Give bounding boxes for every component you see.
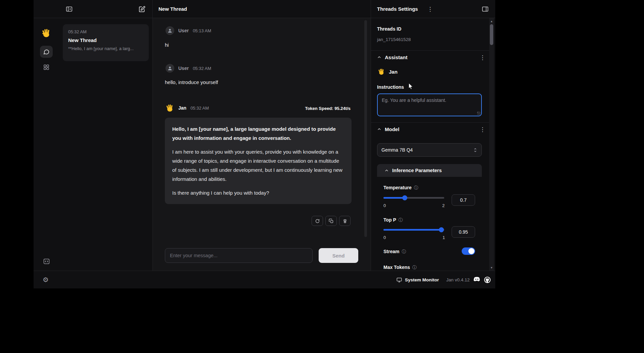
temperature-label: Temperature (383, 185, 412, 190)
system-monitor-button[interactable]: System Monitor (396, 271, 439, 288)
kebab-menu-icon: ⋮ (480, 55, 486, 61)
temperature-slider[interactable] (383, 197, 444, 199)
monitor-icon (396, 277, 402, 283)
message-author: User (178, 66, 189, 71)
max-tokens-label: Max Tokens (383, 265, 410, 270)
collapse-left-panel-button[interactable] (64, 4, 74, 14)
instructions-input[interactable] (377, 93, 482, 116)
regenerate-button[interactable] (312, 216, 323, 226)
thread-list-item[interactable]: 05:32 AM New Thread **Hello, I am [your … (63, 24, 149, 61)
temperature-value[interactable]: 0.7 (452, 194, 475, 206)
textarea-resize-handle[interactable] (477, 112, 480, 115)
thread-time: 05:32 AM (68, 29, 143, 34)
message-header: User 05:32 AM (166, 64, 211, 73)
threads-id-label: Threads ID (377, 26, 401, 32)
nav-local-api-server[interactable] (40, 255, 53, 267)
model-selected-value: Gemma 7B Q4 (381, 147, 413, 153)
message-text: hello, introduce yourself (165, 79, 218, 85)
model-section-header[interactable]: Model ⋮ (371, 122, 489, 136)
info-icon[interactable]: ⓘ (414, 186, 418, 190)
message-author: Jan (178, 105, 186, 111)
chevron-up-icon (377, 55, 381, 60)
panel-right-icon (481, 5, 489, 13)
model-menu-button[interactable]: ⋮ (478, 125, 487, 134)
stream-label: Stream (383, 249, 399, 254)
top-p-label: Top P (383, 217, 396, 223)
panel-left-icon (65, 5, 73, 13)
github-link[interactable] (484, 271, 491, 288)
slider-fill (383, 197, 405, 199)
settings-button[interactable]: ⚙ (43, 271, 49, 288)
code-server-icon (43, 258, 50, 265)
top-p-slider[interactable] (383, 229, 444, 231)
info-icon[interactable]: ⓘ (412, 265, 417, 270)
chat-scrollbar[interactable] (364, 20, 367, 237)
message-header: Jan 05:32 AM (166, 104, 209, 112)
nav-chat-threads[interactable] (40, 46, 53, 58)
model-select[interactable]: Gemma 7B Q4 (377, 143, 482, 157)
message-time: 05:32 AM (193, 66, 211, 71)
assistant-body: I am here to assist you with your querie… (172, 147, 344, 184)
assistant-section-header[interactable]: Assistant ⋮ (371, 50, 489, 64)
version-label: Jan v0.4.12 (446, 277, 470, 282)
message-header: User 05:13 AM (166, 26, 211, 35)
app-body: 05:32 AM New Thread **Hello, I am [your … (34, 18, 495, 271)
toggle-knob (468, 248, 474, 254)
thread-list-panel: 05:32 AM New Thread **Hello, I am [your … (59, 18, 153, 271)
top-p-min: 0 (383, 235, 386, 240)
info-icon[interactable]: ⓘ (399, 218, 403, 222)
kebab-menu-icon: ⋮ (427, 6, 433, 12)
collapse-right-panel-button[interactable] (480, 4, 490, 14)
jan-logo[interactable] (40, 27, 53, 39)
person-icon (167, 66, 173, 71)
discord-icon (473, 276, 481, 283)
inference-parameters-header[interactable]: Inference Parameters (377, 164, 482, 177)
jan-app-window: New Thread Threads Settings ⋮ (34, 0, 495, 288)
new-thread-button[interactable] (137, 4, 146, 14)
top-p-label-row: Top P ⓘ (383, 217, 403, 223)
copy-icon (329, 219, 334, 224)
instructions-label: Instructions (377, 84, 404, 90)
status-bar: ⚙ System Monitor Jan v0.4.12 (34, 271, 495, 288)
thread-preview: **Hello, I am [your name], a larg... (68, 46, 143, 51)
top-p-value[interactable]: 0.95 (452, 226, 475, 238)
send-button[interactable]: Send (319, 248, 358, 263)
refresh-icon (315, 219, 320, 224)
mouse-cursor (408, 83, 414, 90)
token-speed-label: Token Speed: 95.24t/s (305, 106, 351, 111)
app-version: Jan v0.4.12 (446, 271, 470, 288)
delete-message-button[interactable] (339, 216, 351, 226)
edit-pencil-icon (138, 5, 146, 13)
temperature-min: 0 (383, 203, 386, 208)
github-icon (484, 276, 491, 284)
assistant-menu-button[interactable]: ⋮ (478, 53, 487, 62)
threads-settings-menu-button[interactable]: ⋮ (425, 4, 435, 14)
message-input[interactable] (165, 248, 313, 263)
discord-link[interactable] (473, 271, 481, 288)
header-left-section (34, 0, 153, 18)
settings-scrollbar[interactable]: ▲ ▼ (489, 18, 494, 271)
slider-knob[interactable] (439, 227, 444, 232)
system-monitor-label: System Monitor (405, 277, 439, 282)
nav-hub[interactable] (40, 61, 53, 73)
inference-parameters-title: Inference Parameters (392, 168, 442, 173)
scrollbar-thumb[interactable] (490, 24, 493, 45)
waving-hand-icon (166, 104, 174, 112)
top-p-max: 1 (443, 235, 445, 240)
waving-hand-icon (378, 68, 385, 75)
assistant-name: Jan (389, 69, 398, 75)
chevron-up-down-icon (473, 148, 477, 153)
scroll-down-arrow[interactable]: ▼ (489, 265, 494, 270)
stream-toggle[interactable] (462, 247, 475, 255)
info-icon[interactable]: ⓘ (402, 249, 406, 254)
scroll-up-arrow[interactable]: ▲ (489, 19, 494, 24)
trash-icon (342, 219, 348, 224)
stream-label-row: Stream ⓘ (383, 249, 406, 254)
chat-title: New Thread (158, 6, 187, 12)
ribbon-sidebar (34, 18, 59, 271)
kebab-menu-icon: ⋮ (480, 127, 486, 132)
copy-button[interactable] (325, 216, 337, 226)
user-avatar (166, 64, 174, 73)
user-avatar (166, 26, 174, 35)
slider-knob[interactable] (402, 195, 407, 200)
